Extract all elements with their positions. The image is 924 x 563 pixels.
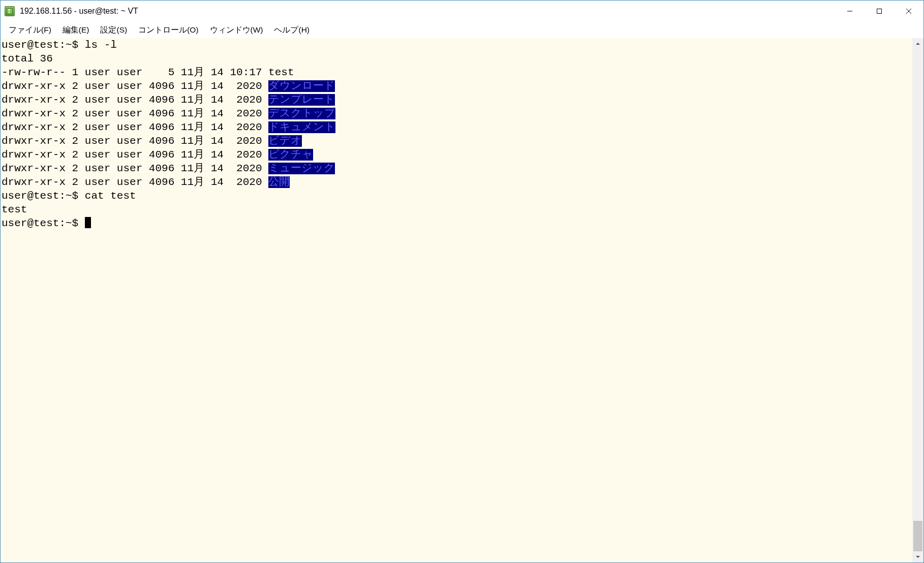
- terminal-line: user@test:~$ cat test: [2, 189, 911, 203]
- svg-text:T: T: [8, 9, 11, 14]
- directory-name: 公開: [268, 176, 290, 188]
- cursor: [85, 217, 91, 228]
- directory-name: ビデオ: [268, 135, 302, 147]
- directory-name: ドキュメント: [268, 121, 335, 133]
- terminal-line: drwxr-xr-x 2 user user 4096 11月 14 2020 …: [2, 120, 911, 134]
- window-title: 192.168.11.56 - user@test: ~ VT: [20, 7, 835, 16]
- scroll-thumb[interactable]: [913, 521, 922, 551]
- terminal-line: test: [2, 203, 911, 216]
- directory-name: ミュージック: [268, 163, 335, 174]
- directory-name: ダウンロード: [268, 80, 335, 92]
- app-icon: T: [5, 6, 15, 16]
- terminal-line: drwxr-xr-x 2 user user 4096 11月 14 2020 …: [2, 162, 911, 175]
- scrollbar[interactable]: [912, 38, 923, 562]
- window-controls: [835, 1, 923, 22]
- terminal[interactable]: user@test:~$ ls -ltotal 36-rw-rw-r-- 1 u…: [1, 38, 912, 562]
- terminal-container: user@test:~$ ls -ltotal 36-rw-rw-r-- 1 u…: [1, 38, 923, 562]
- svg-rect-4: [877, 9, 882, 14]
- terminal-line: drwxr-xr-x 2 user user 4096 11月 14 2020 …: [2, 175, 911, 189]
- menu-edit[interactable]: 編集(E): [57, 23, 95, 38]
- terminal-line: drwxr-xr-x 2 user user 4096 11月 14 2020 …: [2, 148, 911, 162]
- menu-settings[interactable]: 設定(S): [95, 23, 132, 38]
- terminal-line: user@test:~$: [2, 216, 911, 230]
- terminal-line: drwxr-xr-x 2 user user 4096 11月 14 2020 …: [2, 107, 911, 120]
- menu-file[interactable]: ファイル(F): [4, 23, 56, 38]
- terminal-line: -rw-rw-r-- 1 user user 5 11月 14 10:17 te…: [2, 66, 911, 79]
- maximize-button[interactable]: [865, 1, 894, 22]
- app-window: T 192.168.11.56 - user@test: ~ VT ファイル(F…: [0, 0, 924, 563]
- menu-control[interactable]: コントロール(O): [133, 23, 203, 38]
- terminal-line: drwxr-xr-x 2 user user 4096 11月 14 2020 …: [2, 79, 911, 93]
- titlebar[interactable]: T 192.168.11.56 - user@test: ~ VT: [1, 1, 923, 22]
- menu-window[interactable]: ウィンドウ(W): [205, 23, 268, 38]
- directory-name: ピクチャ: [268, 149, 313, 161]
- terminal-line: drwxr-xr-x 2 user user 4096 11月 14 2020 …: [2, 93, 911, 107]
- terminal-line: drwxr-xr-x 2 user user 4096 11月 14 2020 …: [2, 134, 911, 148]
- scroll-up-arrow[interactable]: [912, 38, 923, 49]
- terminal-line: user@test:~$ ls -l: [2, 38, 911, 52]
- directory-name: デスクトップ: [268, 108, 335, 119]
- minimize-button[interactable]: [835, 1, 865, 22]
- menu-help[interactable]: ヘルプ(H): [269, 23, 315, 38]
- close-button[interactable]: [894, 1, 923, 22]
- terminal-line: total 36: [2, 52, 911, 66]
- menubar: ファイル(F) 編集(E) 設定(S) コントロール(O) ウィンドウ(W) ヘ…: [1, 22, 923, 38]
- scroll-down-arrow[interactable]: [912, 551, 923, 562]
- directory-name: テンプレート: [268, 94, 335, 106]
